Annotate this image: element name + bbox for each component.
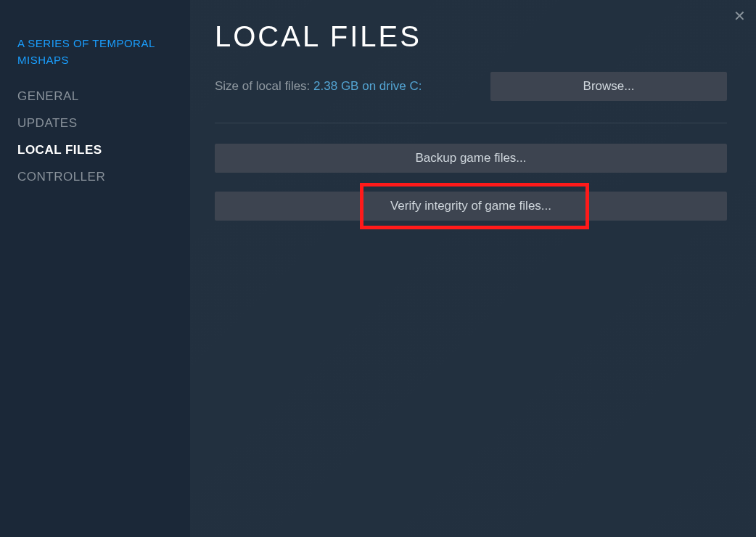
size-value-link[interactable]: 2.38 GB on drive C: (313, 79, 422, 93)
sidebar-item-local-files[interactable]: LOCAL FILES (17, 143, 173, 157)
sidebar-item-general[interactable]: GENERAL (17, 89, 173, 104)
browse-button[interactable]: Browse... (490, 72, 727, 101)
size-text: Size of local files: 2.38 GB on drive C: (215, 79, 422, 94)
backup-button[interactable]: Backup game files... (215, 144, 727, 173)
verify-button[interactable]: Verify integrity of game files... (215, 192, 727, 221)
sidebar: A SERIES OF TEMPORAL MISHAPS GENERAL UPD… (0, 0, 190, 537)
divider (215, 123, 727, 123)
sidebar-item-controller[interactable]: CONTROLLER (17, 170, 173, 184)
sidebar-item-updates[interactable]: UPDATES (17, 116, 173, 131)
close-icon[interactable]: ✕ (731, 4, 749, 28)
game-title: A SERIES OF TEMPORAL MISHAPS (17, 35, 173, 69)
main-panel: ✕ LOCAL FILES Size of local files: 2.38 … (190, 0, 756, 537)
size-label: Size of local files: (215, 79, 310, 93)
page-title: LOCAL FILES (215, 20, 727, 53)
verify-button-wrap: Verify integrity of game files... (215, 192, 727, 221)
size-row: Size of local files: 2.38 GB on drive C:… (215, 72, 727, 101)
